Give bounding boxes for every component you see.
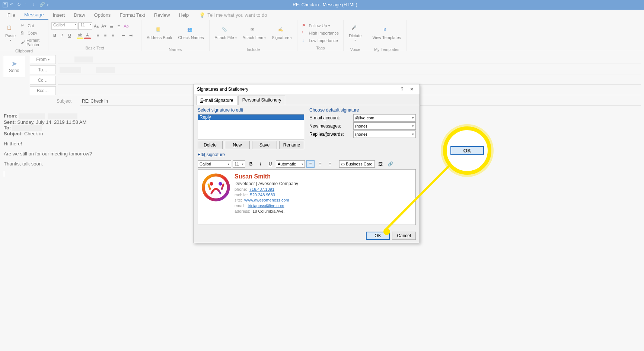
sig-color-combo[interactable]: Automatic▾ bbox=[276, 160, 305, 168]
business-card-button[interactable]: ▭ Business Card bbox=[339, 160, 375, 168]
replies-forwards-label: Replies/forwards: bbox=[309, 132, 350, 137]
callout-circle: OK bbox=[443, 126, 491, 175]
dialog-tabs: E-mail Signature Personal Stationery bbox=[194, 94, 420, 105]
sig-italic-button[interactable]: I bbox=[256, 160, 265, 168]
insert-link-icon[interactable]: 🔗 bbox=[386, 160, 394, 168]
signature-text: Susan Smith Developer | Awesome Company … bbox=[235, 173, 298, 222]
insert-picture-icon[interactable]: 🖼 bbox=[376, 160, 385, 168]
select-signature-label: Select signature to edit bbox=[198, 107, 304, 113]
signature-list-item[interactable]: Reply bbox=[198, 115, 304, 120]
new-button[interactable]: New bbox=[225, 141, 250, 149]
sig-underline-button[interactable]: U bbox=[266, 160, 274, 168]
sig-align-right-icon[interactable]: ≡ bbox=[326, 160, 334, 168]
signature-edit-toolbar: Calibri▾ 11▾ B I U Automatic▾ ≡ ≡ ≡ ▭ Bu… bbox=[198, 160, 416, 168]
signature-list[interactable]: Reply bbox=[198, 114, 304, 139]
sig-bold-button[interactable]: B bbox=[247, 160, 255, 168]
default-signature-label: Choose default signature bbox=[309, 107, 416, 113]
cancel-button[interactable]: Cancel bbox=[392, 232, 416, 240]
save-signature-button[interactable]: Save bbox=[252, 141, 277, 149]
tab-email-signature[interactable]: E-mail Signature bbox=[196, 96, 237, 105]
new-messages-label: New messages: bbox=[309, 123, 350, 129]
card-icon: ▭ bbox=[341, 162, 345, 167]
sig-align-left-icon[interactable]: ≡ bbox=[306, 160, 315, 168]
new-messages-dropdown[interactable]: (none)▾ bbox=[353, 122, 416, 130]
signature-preview[interactable]: Susan Smith Developer | Awesome Company … bbox=[198, 169, 416, 225]
callout-dot bbox=[383, 228, 390, 235]
dialog-title: Signatures and Stationery bbox=[197, 87, 248, 92]
sig-align-center-icon[interactable]: ≡ bbox=[316, 160, 324, 168]
sig-size-combo[interactable]: 11▾ bbox=[233, 160, 245, 168]
delete-button[interactable]: Delete bbox=[198, 141, 223, 149]
edit-signature-label: Edit signature bbox=[198, 152, 416, 157]
svg-point-2 bbox=[203, 175, 228, 200]
signature-logo-icon bbox=[201, 173, 231, 202]
callout-ok-button: OK bbox=[450, 146, 484, 155]
close-icon[interactable]: ✕ bbox=[407, 87, 417, 92]
svg-point-4 bbox=[219, 182, 222, 186]
dialog-titlebar: Signatures and Stationery ? ✕ bbox=[194, 84, 420, 94]
sig-font-combo[interactable]: Calibri▾ bbox=[198, 160, 231, 168]
rename-button[interactable]: Rename bbox=[279, 141, 304, 149]
replies-forwards-dropdown[interactable]: (none)▾ bbox=[353, 131, 416, 138]
email-account-dropdown[interactable]: @live.com▾ bbox=[353, 114, 416, 122]
email-account-label: E-mail account: bbox=[309, 115, 350, 120]
svg-point-3 bbox=[210, 182, 213, 186]
signatures-dialog: Signatures and Stationery ? ✕ E-mail Sig… bbox=[194, 84, 420, 243]
help-icon[interactable]: ? bbox=[397, 87, 407, 92]
tab-personal-stationery[interactable]: Personal Stationery bbox=[238, 96, 286, 105]
